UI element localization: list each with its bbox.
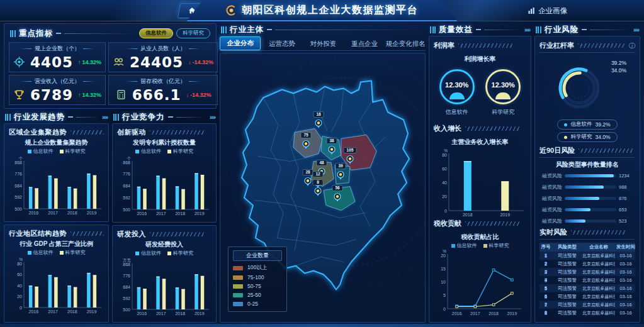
employees-icon bbox=[113, 56, 125, 68]
income-growth-bar-chart: 020406080%20182019 bbox=[434, 147, 526, 218]
bar bbox=[181, 189, 185, 209]
risk-ranking-row: 融资风险653 bbox=[539, 204, 635, 215]
card-rd-investment: 研发投入 研发经费投入 信息软件科学研究500592684776868万元201… bbox=[112, 225, 217, 323]
donut-value-labels: 39.2% 34.0% bbox=[611, 59, 626, 74]
bar bbox=[143, 289, 147, 309]
filter-info-software[interactable]: 信息软件 bbox=[139, 28, 173, 38]
info-icon[interactable]: ⓘ bbox=[629, 42, 635, 50]
risk-table-row[interactable]: 5司法预警北京启航卓越科技有限公司03-16 bbox=[539, 284, 635, 292]
risk-table-row[interactable]: 2司法预警北京启航卓越科技有限公司03-16 bbox=[539, 260, 635, 268]
bar bbox=[162, 279, 166, 309]
stat-delta: 14.32% bbox=[82, 92, 102, 98]
tab-change-ranking[interactable]: 规企变化排名 bbox=[386, 38, 426, 50]
legend-label: 科学研究 bbox=[570, 133, 592, 141]
bar-chart-icon bbox=[528, 7, 535, 14]
down-arrow-icon: ↓ bbox=[188, 59, 191, 65]
tab-key-enterprises[interactable]: 重点企业 bbox=[344, 38, 384, 50]
svg-text:500: 500 bbox=[123, 208, 130, 212]
svg-text:868: 868 bbox=[123, 262, 130, 267]
section-bars-icon bbox=[430, 26, 436, 33]
gauge-label: 科学研究 bbox=[492, 108, 514, 116]
chart-title: 风险类型事件数量排名 bbox=[539, 160, 635, 169]
bar bbox=[54, 277, 58, 308]
stat-value: 4405 bbox=[30, 54, 73, 70]
card-title: 区域企业集聚趋势 bbox=[9, 128, 67, 137]
risk-table-row[interactable]: 7司法预警北京启航卓越科技有限公司03-16 bbox=[539, 301, 635, 309]
realtime-risk-title: 实时风险 bbox=[539, 228, 567, 237]
svg-text:2018: 2018 bbox=[67, 309, 77, 314]
svg-text:684: 684 bbox=[14, 184, 22, 188]
tab-operation-status[interactable]: 运营态势 bbox=[262, 38, 302, 50]
stat-delta: -14.32% bbox=[190, 92, 212, 98]
patents-bar-chart: 信息软件科学研究500592684776868个2016201720182019 bbox=[117, 148, 212, 219]
svg-text:20: 20 bbox=[441, 253, 446, 258]
chart-title: 发明专利累计授权数量 bbox=[117, 138, 212, 147]
gauge-info-software: 12.30% 信息软件 bbox=[439, 69, 475, 116]
svg-text:592: 592 bbox=[123, 296, 130, 301]
footer-strip bbox=[0, 324, 644, 327]
chart-title: 行业 GDP 占第三产业比例 bbox=[9, 240, 104, 248]
data-point bbox=[511, 292, 514, 295]
svg-text:684: 684 bbox=[123, 184, 130, 188]
svg-text:12: 12 bbox=[315, 172, 320, 176]
svg-text:2018: 2018 bbox=[489, 311, 499, 316]
nav-enterprise-portrait[interactable]: 企业画像 bbox=[519, 3, 576, 18]
svg-text:2019: 2019 bbox=[195, 311, 205, 316]
gauge-label: 信息软件 bbox=[446, 108, 468, 116]
bar bbox=[156, 277, 160, 309]
svg-text:15: 15 bbox=[441, 267, 446, 271]
risk-more-button[interactable]: »» bbox=[633, 26, 639, 33]
data-point bbox=[492, 304, 495, 306]
bar bbox=[67, 187, 71, 209]
leverage-title: 行业杠杆率 bbox=[539, 41, 574, 50]
svg-text:2016: 2016 bbox=[137, 311, 147, 316]
tab-outbound-investment[interactable]: 对外投资 bbox=[303, 38, 343, 50]
industry-dev-trend-section: 行业发展趋势 »» 区域企业集聚趋势 规上企业数量集聚趋势 信息软件科学研究50… bbox=[4, 111, 109, 323]
bar bbox=[48, 275, 52, 308]
svg-text:0: 0 bbox=[20, 306, 22, 310]
filter-sci-research[interactable]: 科学研究 bbox=[176, 28, 210, 38]
bar bbox=[176, 287, 179, 309]
risk-table-row[interactable]: 4司法预警北京启航卓越科技有限公司03-16 bbox=[539, 276, 635, 284]
bar bbox=[143, 189, 147, 209]
risk-table-row[interactable]: 1司法预警北京启航卓越科技有限公司03-16 bbox=[539, 252, 635, 260]
svg-text:28: 28 bbox=[305, 170, 310, 174]
bar bbox=[35, 287, 38, 308]
bar bbox=[29, 187, 33, 209]
competitiveness-more-button[interactable]: »» bbox=[210, 114, 215, 121]
risk-card: 行业杠杆率 ⓘ 39.2% 34.0% bbox=[534, 36, 640, 323]
risk-table-row[interactable]: 8司法预警北京启航卓越科技有限公司03-16 bbox=[539, 309, 635, 317]
gauge-mound bbox=[449, 92, 465, 99]
svg-text:2019: 2019 bbox=[507, 311, 517, 316]
tab-enterprise-distribution[interactable]: 企业分布 bbox=[220, 36, 261, 50]
stat-delta: 14.32% bbox=[82, 59, 102, 65]
svg-text:500: 500 bbox=[14, 207, 22, 211]
bar bbox=[201, 276, 205, 309]
svg-text:5: 5 bbox=[443, 293, 446, 297]
svg-text:75: 75 bbox=[303, 133, 308, 137]
key-indicators-header: 重点指标 信息软件 科学研究 bbox=[9, 27, 212, 40]
data-point bbox=[456, 306, 458, 308]
quality-more-button[interactable]: »» bbox=[524, 26, 530, 33]
bar bbox=[29, 285, 33, 308]
stat-card-tax: 留存税收（亿元） 666.1 ↓-14.32% bbox=[108, 75, 218, 105]
industry-body-section: 行业主体 企业分布运营态势对外投资重点企业规企变化排名 bbox=[220, 23, 426, 323]
section-dash bbox=[56, 33, 61, 34]
dev-trend-more-button[interactable]: »» bbox=[102, 114, 108, 121]
legend-value: 34.0% bbox=[595, 134, 610, 140]
svg-text:2017: 2017 bbox=[48, 211, 58, 215]
card-region-structure: 行业地区结构趋势 行业 GDP 占第三产业比例 信息软件科学研究02040608… bbox=[4, 224, 109, 323]
svg-text:2017: 2017 bbox=[156, 211, 166, 216]
svg-text:个: 个 bbox=[19, 156, 23, 160]
section-bars-icon bbox=[10, 30, 16, 37]
risk-table-row[interactable]: 6司法预警北京启航卓越科技有限公司03-16 bbox=[539, 292, 635, 301]
risk-table-row[interactable]: 3司法预警北京启航卓越科技有限公司03-16 bbox=[539, 268, 635, 276]
section-bars-icon bbox=[5, 114, 11, 121]
agglomeration-bar-chart: 信息软件科学研究500592684776868个2016201720182019 bbox=[9, 148, 104, 218]
svg-text:868: 868 bbox=[14, 160, 22, 165]
bar bbox=[87, 174, 91, 209]
svg-text:10: 10 bbox=[441, 280, 446, 284]
key-indicators-panel: 重点指标 信息软件 科学研究 规上企业数（个） 4405 ↑14.32% bbox=[4, 23, 217, 109]
svg-text:8: 8 bbox=[317, 180, 319, 184]
revenue-trophy-icon bbox=[13, 89, 25, 101]
